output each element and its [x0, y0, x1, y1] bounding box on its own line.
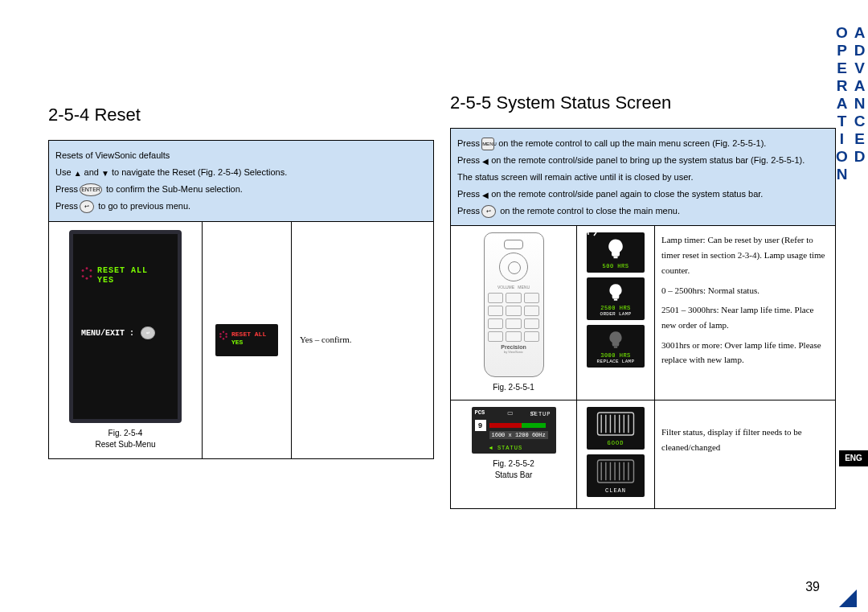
- up-arrow-icon: ▲: [74, 168, 82, 177]
- reset-line3: PressENTER to confirm the Sub-Menu selec…: [55, 181, 427, 198]
- lamp-3000-card: 3000 HRS REPLACE LAMP: [587, 325, 645, 368]
- reset-line1: Resets of ViewSonic defaults: [55, 147, 427, 164]
- status-redbar: [489, 423, 522, 428]
- row-filter: PCS ▭ ☼ SETUP 9 1600 x 1200 60Hz ◄ STATU…: [451, 400, 835, 508]
- svg-line-15: [594, 232, 596, 236]
- manual-page: ADVANCED OPERATION ENG 2-5-4 Reset Reset…: [0, 0, 868, 612]
- fig-2551-caption: Fig. 2-5-5-1: [457, 382, 570, 393]
- filter-good-card: GOOD: [587, 407, 645, 450]
- column-reset: 2-5-4 Reset Resets of ViewSonic defaults…: [48, 105, 434, 459]
- lamp-replace-label: REPLACE LAMP: [588, 359, 643, 364]
- left-arrow-icon: ◀: [482, 190, 489, 199]
- input-number: 9: [475, 420, 486, 431]
- fig-2552-caption: Fig. 2-5-5-2 Status Bar: [457, 458, 570, 481]
- remote-btn: [524, 318, 540, 329]
- filter-icon: [596, 412, 635, 436]
- remote-power-row: [504, 240, 523, 249]
- lamp-desc-1: Lamp timer: Can be reset by user (Refer …: [661, 232, 829, 277]
- column-status: 2-5-5 System Status Screen PressMENU on …: [450, 92, 836, 509]
- remote-btn: [524, 306, 540, 316]
- language-tab: ENG: [839, 450, 868, 466]
- svg-point-8: [225, 335, 227, 337]
- statusbar-cell: PCS ▭ ☼ SETUP 9 1600 x 1200 60Hz ◄ STATU…: [451, 400, 577, 508]
- remote-midlabel: VOLUME MENU: [488, 285, 540, 290]
- svg-point-2: [90, 275, 92, 277]
- svg-point-11: [219, 333, 221, 335]
- remote-btn: [506, 318, 522, 329]
- status-figure-grid: VOLUME MENU Precision by ViewSonic Fig. …: [450, 226, 836, 509]
- svg-point-1: [90, 269, 92, 272]
- svg-rect-16: [614, 299, 617, 301]
- remote-btn: [506, 306, 522, 316]
- rays-icon: [576, 231, 600, 237]
- filter-icons-cell: GOOD CLEAN: [577, 400, 655, 508]
- statusbar-figure: PCS ▭ ☼ SETUP 9 1600 x 1200 60Hz ◄ STATU…: [472, 407, 556, 454]
- flag-icon: ▭: [507, 409, 514, 417]
- lamp-desc-3: 2501 – 3000hrs: Near lamp life time. Pla…: [661, 302, 829, 332]
- lamp-icons-cell: 500 HRS 2500 HRS ORDER LAMP 3000 HRS REP…: [577, 226, 655, 400]
- svg-rect-17: [614, 347, 617, 348]
- status-instructions-box: PressMENU on the remote control to call …: [450, 128, 836, 226]
- svg-point-3: [86, 277, 88, 279]
- remote-figure: VOLUME MENU Precision by ViewSonic: [484, 232, 544, 377]
- left-arrow-icon: ◀: [482, 156, 489, 165]
- gear-icon: [80, 266, 94, 281]
- remote-cell: VOLUME MENU Precision by ViewSonic Fig. …: [451, 226, 577, 400]
- svg-rect-12: [614, 257, 618, 259]
- gear-icon-small: [219, 331, 228, 340]
- remote-brand: Precision: [488, 344, 540, 350]
- remote-button-grid: [488, 293, 540, 342]
- svg-line-14: [580, 232, 583, 236]
- reset-figure-grid: RESET ALL YES MENU/EXIT : ↩ Fig. 2-5-4 R…: [48, 222, 434, 459]
- bulb-icon: [604, 237, 628, 261]
- remote-dpad: [499, 253, 528, 281]
- filter-clean-card: CLEAN: [587, 454, 645, 497]
- lamp-3000-label: 3000 HRS: [588, 352, 643, 359]
- bulb-icon: [605, 330, 626, 351]
- pcs-label: PCS: [475, 409, 485, 416]
- reset-submenu-figure: RESET ALL YES MENU/EXIT : ↩: [69, 230, 182, 423]
- reset-instructions-box: Resets of ViewSonic defaults Use ▲ and ▼…: [48, 140, 434, 222]
- status-line4: Press ◀ on the remote control/side panel…: [457, 186, 829, 203]
- small-yes: YES: [231, 339, 243, 346]
- back-button-icon: ↩: [481, 205, 496, 218]
- remote-btn: [506, 293, 522, 303]
- resolution-label: 1600 x 1200 60Hz: [489, 431, 548, 439]
- reset-all-label: RESET ALL: [97, 266, 148, 275]
- down-arrow-icon: ▼: [101, 168, 109, 177]
- remote-sub: by ViewSonic: [488, 350, 540, 354]
- filter-desc-cell: Filter status, display if filter needs t…: [655, 400, 835, 508]
- small-reset-all: RESET ALL: [231, 331, 266, 338]
- status-greenbar: [522, 423, 546, 428]
- svg-point-0: [86, 267, 88, 269]
- heading-reset: 2-5-4 Reset: [48, 105, 434, 125]
- fig-254-caption: Fig. 2-5-4 Reset Sub-Menu: [57, 428, 194, 450]
- svg-point-7: [225, 333, 227, 335]
- reset-yes-label: YES: [97, 276, 114, 285]
- status-line1: PressMENU on the remote control to call …: [457, 135, 829, 152]
- filter-icon: [596, 459, 635, 483]
- reset-line2: Use ▲ and ▼ to navigate the Reset (Fig. …: [55, 164, 427, 181]
- reset-small-figure: RESET ALL YES: [215, 324, 278, 356]
- back-button-icon: ↩: [80, 200, 94, 213]
- yes-confirm-cell: Yes – confirm.: [292, 222, 433, 458]
- status-line3: The status screen will remain active unt…: [457, 169, 829, 186]
- lamp-2500-card: 2500 HRS ORDER LAMP: [587, 277, 645, 320]
- reset-small-cell: RESET ALL YES: [203, 222, 292, 458]
- page-number: 39: [805, 580, 820, 594]
- svg-point-4: [82, 275, 84, 277]
- lamp-desc-cell: Lamp timer: Can be reset by user (Refer …: [655, 226, 835, 400]
- heading-status: 2-5-5 System Status Screen: [450, 92, 836, 113]
- bulb-icon: [605, 282, 626, 303]
- remote-btn: [524, 293, 540, 303]
- enter-button-icon: ENTER: [80, 183, 102, 196]
- status-line5: Press↩ on the remote control to close th…: [457, 203, 829, 220]
- lamp-order-label: ORDER LAMP: [588, 311, 643, 317]
- filter-clean-label: CLEAN: [588, 487, 643, 494]
- svg-point-5: [82, 269, 84, 272]
- menu-button-icon: MENU: [481, 138, 494, 150]
- remote-btn: [488, 293, 504, 303]
- reset-submenu-cell: RESET ALL YES MENU/EXIT : ↩ Fig. 2-5-4 R…: [49, 222, 203, 458]
- lamp-desc-2: 0 – 2500hrs: Normal status.: [661, 283, 829, 298]
- menu-exit-label: MENU/EXIT : ↩: [81, 327, 157, 339]
